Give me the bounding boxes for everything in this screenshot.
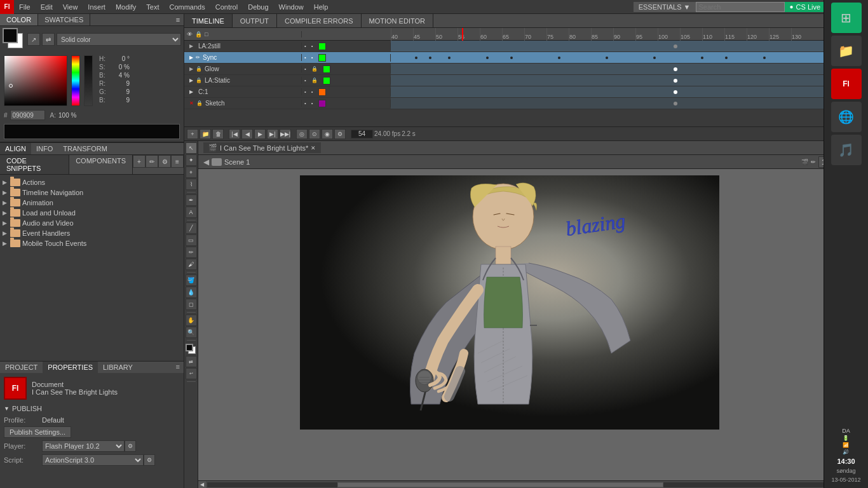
scroll-thumb-h[interactable] [337, 482, 663, 487]
hand-tool[interactable]: ✋ [186, 315, 197, 326]
tree-item-event-handlers[interactable]: ▶ Event Handlers [0, 228, 184, 238]
hex-input[interactable] [10, 110, 45, 120]
tree-item-animation[interactable]: ▶ Animation [0, 198, 184, 208]
c1-lock[interactable]: • [311, 89, 313, 95]
layer-label-lastatic[interactable]: LA:Static [205, 77, 301, 84]
glow-vis[interactable]: • [304, 66, 306, 72]
tab-library[interactable]: LIBRARY [98, 362, 138, 373]
layer-label-c1[interactable]: C:1 [198, 88, 301, 95]
menu-debug[interactable]: Debug [243, 2, 273, 12]
eraser-tool[interactable]: ◻ [186, 299, 197, 310]
swap-colors-tool[interactable]: ⇄ [186, 356, 197, 367]
visibility-dot2[interactable]: • [311, 43, 313, 49]
taskbar-itunes[interactable]: 🎵 [831, 135, 862, 165]
tab-compiler-errors[interactable]: COMPILER ERRORS [277, 14, 362, 27]
sync-vis-dot[interactable]: • [304, 55, 306, 60]
new-layer-btn[interactable]: + [187, 129, 198, 139]
tab-align[interactable]: ALIGN [0, 143, 31, 154]
layer-label-sync[interactable]: Sync [203, 54, 301, 61]
color-gradient-picker[interactable] [4, 55, 67, 106]
goto-last-btn[interactable]: ▶▶| [280, 129, 291, 139]
menu-modify[interactable]: Modify [111, 2, 141, 12]
pen-tool[interactable]: ✒ [186, 194, 197, 206]
sketch-lock2[interactable]: • [311, 100, 313, 106]
brush-tool[interactable]: 🖌 [186, 259, 197, 270]
line-tool[interactable]: ╱ [186, 222, 197, 234]
taskbar-browser[interactable]: 🌐 [831, 102, 862, 132]
onion-settings-btn[interactable]: ⚙ [334, 129, 346, 139]
sketch-vis[interactable]: • [304, 100, 306, 106]
play-btn[interactable]: ▶ [254, 129, 266, 139]
subselection-tool[interactable]: ✦ [186, 154, 197, 166]
tree-item-audio-video[interactable]: ▶ Audio and Video [0, 218, 184, 228]
essentials-dropdown[interactable]: ESSENTIALS ▼ [634, 2, 696, 12]
snippet-settings-btn[interactable]: ⚙ [158, 155, 171, 168]
snippet-menu-btn[interactable]: ≡ [171, 155, 184, 168]
search-input[interactable] [696, 2, 785, 12]
glow-lock2[interactable]: 🔒 [311, 66, 318, 72]
goto-next-btn[interactable]: ▶| [267, 129, 278, 139]
add-folder-btn[interactable]: 📁 [200, 129, 211, 139]
start-button[interactable]: ⊞ [831, 3, 862, 33]
tree-item-timeline[interactable]: ▶ Timeline Navigation [0, 187, 184, 198]
publish-settings-button[interactable]: Publish Settings... [4, 426, 71, 438]
menu-window[interactable]: Window [274, 2, 309, 12]
scroll-track-h[interactable] [207, 482, 859, 487]
goto-first-btn[interactable]: |◀ [229, 129, 240, 139]
tab-project[interactable]: PROJECT [0, 362, 43, 373]
lastatic-lock2[interactable]: 🔒 [311, 78, 318, 83]
frames-la2still[interactable] [391, 41, 868, 51]
tab-output[interactable]: OUTPUT [233, 14, 277, 27]
stage[interactable]: blazing [300, 175, 719, 430]
color-type-select[interactable]: Solid color [57, 33, 181, 46]
document-tab[interactable]: 🎬 I Can See The Bright Lights* ✕ [203, 142, 321, 153]
menu-control[interactable]: Control [210, 2, 243, 12]
menu-file[interactable]: File [14, 2, 36, 12]
lastatic-vis[interactable]: • [304, 78, 306, 83]
snap-btn[interactable]: ◎ [296, 129, 308, 139]
tab-swatches[interactable]: SWATCHES [38, 14, 90, 25]
canvas-bottom-scrollbar[interactable]: ◀ ▶ [198, 480, 868, 488]
menu-view[interactable]: View [58, 2, 83, 12]
tab-components[interactable]: COMPONENTS [69, 155, 133, 174]
goto-prev-btn[interactable]: ◀ [241, 129, 253, 139]
tab-motion-editor[interactable]: MOTION EDITOR [362, 14, 433, 27]
frames-sync[interactable] [391, 52, 868, 63]
eyedropper-tool[interactable]: 💧 [186, 287, 197, 298]
freeform-tool[interactable]: ⌖ [186, 166, 197, 178]
bottom-panel-options[interactable]: ≡ [172, 362, 184, 373]
tab-code-snippets[interactable]: CODE SNIPPETS [0, 155, 69, 174]
text-tool[interactable]: A [186, 207, 197, 218]
stroke-to-none-btn[interactable]: ↗ [27, 33, 40, 46]
color-panel-options[interactable]: ≡ [172, 16, 184, 24]
tree-item-actions[interactable]: ▶ Actions [0, 177, 184, 187]
frames-c1[interactable] [391, 86, 868, 97]
tab-transform[interactable]: TRANSFORM [58, 143, 112, 154]
player-settings-icon[interactable]: ⚙ [125, 440, 136, 452]
tab-close-icon[interactable]: ✕ [311, 145, 316, 151]
script-select[interactable]: ActionScript 3.0 [42, 454, 144, 466]
tab-info[interactable]: INFO [31, 143, 58, 154]
tree-item-mobile-touch[interactable]: ▶ Mobile Touch Events [0, 238, 184, 248]
onion-btn[interactable]: ⊙ [309, 129, 320, 139]
pencil-tool[interactable]: ✏ [186, 247, 197, 258]
snippet-edit-btn[interactable]: ✏ [146, 155, 158, 168]
tab-timeline[interactable]: TIMELINE [184, 14, 233, 27]
delete-layer-btn[interactable]: 🗑 [212, 129, 224, 139]
menu-help[interactable]: Help [309, 2, 334, 12]
frames-lastatic[interactable] [391, 75, 868, 86]
selection-tool[interactable]: ↖ [186, 142, 197, 154]
lasso-tool[interactable]: ⌇ [186, 179, 197, 190]
onion-outline-btn[interactable]: ◉ [322, 129, 333, 139]
stroke-fill-selector[interactable] [3, 28, 25, 51]
frames-glow[interactable] [391, 64, 868, 74]
visibility-dot[interactable]: • [304, 43, 306, 49]
scroll-thumb[interactable] [530, 325, 537, 326]
tab-properties[interactable]: PROPERTIES [43, 362, 98, 373]
script-settings-icon[interactable]: ⚙ [144, 454, 155, 466]
hue-slider[interactable] [71, 55, 80, 106]
tree-item-load-unload[interactable]: ▶ Load and Unload [0, 208, 184, 218]
scroll-left-btn[interactable]: ◀ [198, 481, 206, 489]
swap-colors-btn[interactable]: ⇄ [42, 33, 55, 46]
toolbar-stroke-fill[interactable] [186, 344, 197, 355]
